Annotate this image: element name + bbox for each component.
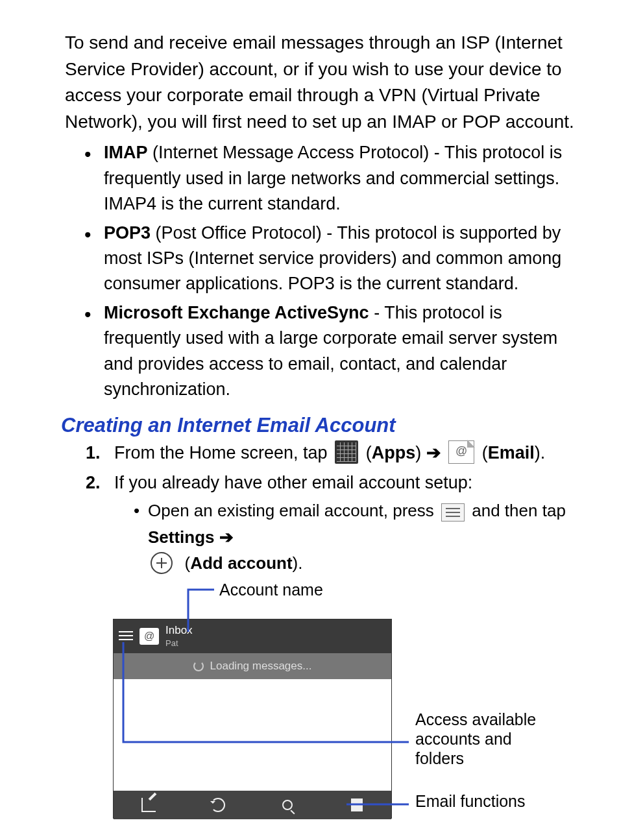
file-icon <box>351 798 363 811</box>
refresh-icon <box>211 798 225 812</box>
callout-access: Access available accounts and folders <box>415 710 564 768</box>
paren: ( <box>184 553 190 573</box>
protocol-item: POP3 (Post Office Protocol) - This proto… <box>84 221 580 296</box>
add-account-label: Add account <box>190 553 292 573</box>
arrow-icon: ➔ <box>219 527 234 547</box>
step-2-sub: Open an existing email account, press an… <box>134 498 580 576</box>
spinner-icon <box>193 661 204 671</box>
callout-account-name: Account name <box>219 580 323 599</box>
annotated-screenshot: @ Inbox Pat Loading messages... Account … <box>52 580 558 836</box>
intro-paragraph: To send and receive email messages throu… <box>65 30 580 135</box>
sub-text: Open an existing email account, press <box>148 501 439 520</box>
step-text: If you already have other email account … <box>114 473 472 492</box>
step-2: 2. If you already have other email accou… <box>86 470 580 577</box>
step-number: 2. <box>86 470 101 497</box>
paren: ( <box>482 443 488 462</box>
period: . <box>540 443 546 462</box>
account-info: Inbox Pat <box>165 625 193 648</box>
message-area <box>114 679 391 791</box>
at-stamp-icon: @ <box>140 628 159 645</box>
section-heading: Creating an Internet Email Account <box>61 414 580 437</box>
inbox-label: Inbox <box>165 624 193 636</box>
protocol-term: IMAP <box>104 143 148 162</box>
protocol-desc: (Post Office Protocol) - This protocol i… <box>104 223 561 293</box>
apps-grid-icon <box>335 440 358 464</box>
step-text: From the Home screen, tap <box>114 443 332 462</box>
sub-text: and then tap <box>472 501 566 520</box>
protocol-item: Microsoft Exchange ActiveSync - This pro… <box>84 300 580 402</box>
callout-functions: Email functions <box>415 791 526 811</box>
apps-label: Apps <box>372 443 416 462</box>
paren: ) <box>415 443 421 462</box>
paren: ) <box>293 553 298 573</box>
protocol-desc: (Internet Message Access Protocol) - Thi… <box>104 143 562 213</box>
settings-label: Settings <box>148 527 215 547</box>
loading-bar: Loading messages... <box>114 653 391 679</box>
paren: ) <box>535 443 540 462</box>
steps-list: 1. From the Home screen, tap (Apps) ➔ (E… <box>65 440 580 577</box>
protocol-item: IMAP (Internet Message Access Protocol) … <box>84 140 580 216</box>
email-topbar: @ Inbox Pat <box>114 619 391 653</box>
loading-text: Loading messages... <box>210 660 312 673</box>
email-app-screenshot: @ Inbox Pat Loading messages... <box>113 619 392 819</box>
protocol-term: Microsoft Exchange ActiveSync <box>104 303 369 322</box>
protocol-term: POP3 <box>104 223 151 243</box>
step-number: 1. <box>86 440 101 467</box>
email-label: Email <box>488 443 535 462</box>
email-app-icon <box>448 440 474 464</box>
account-name-label: Pat <box>165 638 178 648</box>
step-1: 1. From the Home screen, tap (Apps) ➔ (E… <box>86 440 580 467</box>
email-bottombar <box>114 791 391 819</box>
search-icon <box>282 800 293 810</box>
period: . <box>298 553 302 573</box>
hamburger-icon <box>119 631 133 642</box>
compose-icon <box>141 798 156 812</box>
arrow-icon: ➔ <box>426 443 446 462</box>
protocol-list: IMAP (Internet Message Access Protocol) … <box>65 140 580 402</box>
menu-key-icon <box>441 503 465 522</box>
add-account-icon <box>151 552 173 574</box>
paren: ( <box>366 443 372 462</box>
